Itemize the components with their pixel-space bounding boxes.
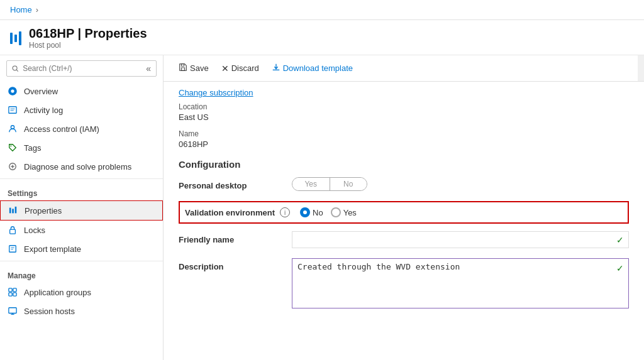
sidebar-item-label-session-hosts: Session hosts	[24, 307, 75, 316]
sidebar-item-tags[interactable]: Tags	[0, 138, 163, 157]
discard-button[interactable]: ✕ Discard	[216, 61, 264, 76]
personal-desktop-yes-btn[interactable]: Yes	[292, 178, 330, 190]
sidebar-item-label-export-template: Export template	[24, 244, 81, 254]
save-icon	[179, 63, 187, 74]
sidebar-item-overview[interactable]: Overview	[0, 82, 163, 101]
search-box[interactable]: «	[6, 60, 157, 77]
change-subscription-link[interactable]: Change subscription	[179, 82, 629, 102]
validation-yes-radio[interactable]	[331, 207, 341, 217]
sidebar-item-activity-log[interactable]: Activity log	[0, 101, 163, 119]
sidebar-item-label-locks: Locks	[24, 226, 45, 235]
name-value: 0618HP	[179, 139, 629, 149]
sidebar-item-label-overview: Overview	[24, 87, 58, 96]
access-control-icon	[8, 124, 18, 134]
svg-rect-23	[9, 308, 16, 314]
activity-log-icon	[8, 105, 18, 115]
sidebar-item-properties[interactable]: Properties	[0, 200, 163, 221]
description-label: Description	[179, 258, 292, 271]
validation-no-option[interactable]: No	[300, 207, 323, 217]
manage-section-label: Manage	[0, 264, 163, 283]
breadcrumb-home[interactable]: Home	[10, 5, 32, 14]
page-subtitle: Host pool	[29, 41, 147, 50]
overview-icon	[8, 86, 18, 96]
sidebar-item-label-properties: Properties	[25, 206, 62, 215]
svg-rect-22	[13, 293, 16, 296]
tags-icon	[8, 143, 18, 153]
personal-desktop-row: Personal desktop Yes No	[179, 177, 629, 191]
friendly-name-label: Friendly name	[179, 231, 292, 244]
sidebar-item-locks[interactable]: Locks	[0, 221, 163, 239]
breadcrumb-separator: ›	[36, 5, 38, 14]
sidebar-item-label-access-control: Access control (IAM)	[24, 124, 99, 134]
svg-rect-12	[9, 208, 11, 214]
application-groups-icon	[8, 287, 18, 297]
svg-rect-16	[9, 246, 16, 253]
personal-desktop-toggle[interactable]: Yes No	[292, 177, 367, 191]
description-input-wrapper: ✓	[292, 258, 629, 310]
validation-environment-label: Validation environment	[185, 208, 275, 217]
sidebar-item-access-control[interactable]: Access control (IAM)	[0, 119, 163, 138]
validation-radio-group: No Yes	[300, 207, 357, 217]
download-template-button[interactable]: Download template	[267, 60, 358, 76]
settings-section-label: Settings	[0, 182, 163, 200]
svg-rect-13	[12, 209, 14, 213]
sidebar-item-label-diagnose: Diagnose and solve problems	[24, 162, 131, 172]
svg-point-3	[11, 89, 14, 92]
page-icon	[10, 31, 21, 45]
friendly-name-check-icon: ✓	[616, 235, 624, 245]
validation-no-radio[interactable]	[300, 207, 310, 217]
friendly-name-input[interactable]	[292, 231, 629, 248]
diagnose-icon	[8, 161, 18, 172]
svg-rect-15	[10, 229, 16, 234]
sidebar-item-diagnose[interactable]: Diagnose and solve problems	[0, 157, 163, 176]
validation-info-icon[interactable]: i	[280, 207, 290, 217]
sidebar-item-label-activity-log: Activity log	[24, 106, 63, 115]
export-template-icon	[8, 244, 18, 254]
properties-icon	[8, 205, 18, 215]
svg-rect-26	[181, 68, 184, 70]
validation-yes-label: Yes	[343, 208, 357, 217]
search-input[interactable]	[23, 64, 142, 73]
location-label: Location	[179, 102, 629, 111]
svg-rect-19	[9, 288, 12, 292]
description-input[interactable]	[292, 258, 629, 308]
sidebar-item-session-hosts[interactable]: Session hosts	[0, 302, 163, 320]
friendly-name-input-wrapper: ✓	[292, 231, 629, 248]
locks-icon	[8, 225, 18, 235]
main-content: Save ✕ Discard Download template Change …	[164, 55, 644, 360]
svg-point-8	[11, 146, 12, 147]
personal-desktop-label: Personal desktop	[179, 177, 292, 190]
sidebar-item-label-application-groups: Application groups	[24, 288, 91, 297]
name-label: Name	[179, 129, 629, 138]
discard-icon: ✕	[221, 63, 229, 74]
friendly-name-row: Friendly name ✓	[179, 231, 629, 248]
sidebar: « Overview Activity log	[0, 55, 164, 360]
save-button[interactable]: Save	[174, 60, 214, 76]
sidebar-item-export-template[interactable]: Export template	[0, 239, 163, 258]
personal-desktop-no-btn[interactable]: No	[330, 178, 367, 190]
validation-no-label: No	[313, 208, 323, 217]
form-area: Change subscription Location East US Nam…	[164, 82, 644, 335]
svg-point-0	[13, 65, 17, 70]
svg-rect-27	[181, 64, 184, 67]
svg-point-7	[11, 126, 14, 129]
svg-line-1	[16, 70, 18, 71]
description-row: Description ✓	[179, 258, 629, 310]
svg-rect-20	[13, 288, 16, 292]
validation-environment-row: Validation environment i No Yes	[179, 201, 629, 224]
configuration-section-title: Configuration	[179, 159, 629, 170]
download-icon	[272, 63, 280, 74]
collapse-button[interactable]: «	[146, 63, 151, 74]
name-field: Name 0618HP	[179, 129, 629, 149]
session-hosts-icon	[8, 306, 18, 316]
discard-label: Discard	[231, 63, 259, 73]
location-value: East US	[179, 112, 629, 122]
sidebar-item-application-groups[interactable]: Application groups	[0, 283, 163, 302]
sidebar-navigation: Overview Activity log Access control (IA…	[0, 82, 163, 360]
validation-yes-option[interactable]: Yes	[331, 207, 357, 217]
save-label: Save	[190, 63, 209, 73]
search-icon	[12, 65, 19, 73]
page-title: 0618HP | Properties	[29, 26, 147, 41]
sidebar-item-label-tags: Tags	[24, 143, 41, 153]
svg-rect-21	[9, 293, 12, 296]
